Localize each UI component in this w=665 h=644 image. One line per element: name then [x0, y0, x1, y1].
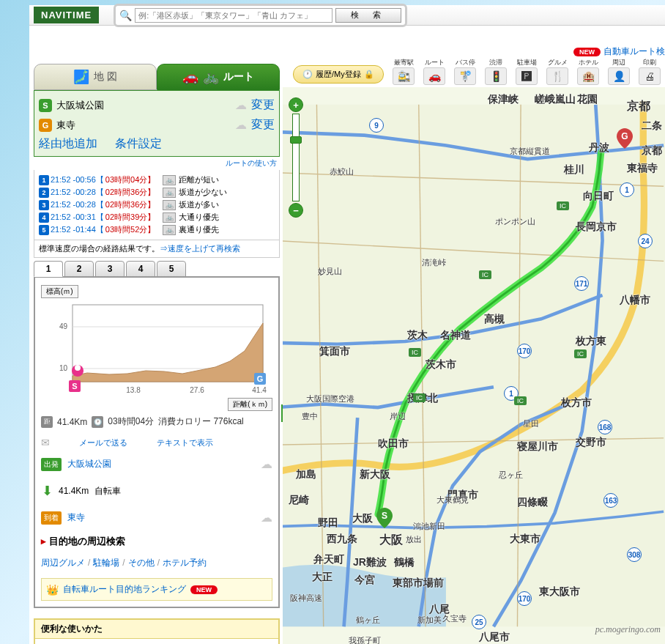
route-option[interactable]: 🚲坂道が少ない: [163, 187, 227, 198]
map-place-label: 鶴橋: [394, 556, 415, 569]
svg-text:27.6: 27.6: [190, 386, 204, 394]
tab-route[interactable]: 🚗 🚲 ルート: [157, 64, 280, 90]
text-view-link[interactable]: テキストで表示: [157, 437, 213, 448]
car-route-link[interactable]: NEW 自動車ルート検: [573, 45, 665, 58]
tool-印刷[interactable]: 印刷🖨: [636, 58, 664, 85]
elevation-chart: 49 10 13.8 27.6 41.4 S G: [41, 301, 272, 396]
search-input[interactable]: [135, 8, 332, 23]
subtab-3[interactable]: 3: [95, 261, 125, 277]
map-place-label: 花園: [577, 93, 598, 106]
dest-link[interactable]: その他: [128, 558, 155, 568]
tool-ホテル[interactable]: ホテル🏨: [574, 58, 602, 85]
map-place-label: 嵯峨嵐山: [535, 93, 576, 106]
depart-name[interactable]: 大阪城公園: [67, 458, 111, 470]
map-place-label: JR難波: [353, 556, 387, 569]
subtab-4[interactable]: 4: [126, 261, 155, 277]
dest-search-heading: 目的地の周辺検索: [41, 529, 272, 554]
ranking-link[interactable]: 👑 自転車ルート目的地ランキング NEW: [41, 578, 272, 601]
ic-badge: IC: [514, 396, 527, 405]
search-button[interactable]: 検 索: [335, 8, 401, 23]
ic-badge: IC: [574, 349, 587, 358]
usage-link[interactable]: ルートの使い方: [226, 159, 277, 167]
tool-渋滞[interactable]: 渋滞🚦: [482, 58, 510, 85]
tool-周辺[interactable]: 周辺👤: [605, 58, 633, 85]
zoom-thumb[interactable]: [290, 136, 302, 144]
map-place-label: 大阪国際空港: [306, 393, 354, 404]
elevation-xlabel: 距離(ｋｍ): [228, 398, 272, 411]
map-place-label: 忍ヶ丘: [499, 470, 523, 481]
map-place-label: 寝屋川市: [517, 440, 558, 454]
add-via-link[interactable]: 経由地追加: [39, 136, 97, 152]
map-place-label: 我孫子町: [349, 635, 381, 644]
subtab-5[interactable]: 5: [157, 261, 186, 277]
result-item-4[interactable]: 421:52 -00:31【02時間39分】: [39, 212, 155, 223]
tab-map[interactable]: 🗾 地 図: [34, 64, 157, 90]
zoom-slider[interactable]: [292, 114, 300, 201]
map-place-label: 西九条: [327, 533, 357, 546]
goal-badge: G: [39, 119, 52, 132]
highway-shield: 24: [638, 234, 653, 248]
result-item-3[interactable]: 321:52 -00:28【02時間36分】: [39, 199, 155, 210]
dest-link[interactable]: 駐輪場: [93, 558, 119, 568]
route-detail: 標高(ｍ) 49 10 13.8 27.6 41.4 S: [34, 276, 280, 608]
result-item-1[interactable]: 121:52 -00:56【03時間04分】: [39, 174, 155, 185]
svg-text:G: G: [621, 131, 628, 141]
tips-heading: 便利な使いかた: [35, 620, 278, 639]
goal-pin[interactable]: G: [617, 128, 633, 149]
tool-バス停[interactable]: バス停🚏: [451, 58, 479, 85]
distance-icon: 距: [41, 416, 53, 428]
cloud-icon: ☁: [235, 118, 247, 132]
map-place-label: 久宝寺: [442, 613, 467, 624]
印刷-icon: 🖨: [639, 67, 661, 85]
send-mail-link[interactable]: メールで送る: [79, 437, 127, 448]
zoom-out-button[interactable]: −: [289, 203, 303, 218]
map-place-label: 京都縦貫道: [510, 146, 550, 157]
map-place-label: 八尾市: [479, 631, 510, 644]
map-place-label: 星田: [523, 418, 539, 429]
bicycle-icon: 🚲: [163, 175, 176, 185]
cloud-icon: ☁: [261, 457, 272, 471]
zoom-in-button[interactable]: +: [289, 97, 303, 112]
change-goal-link[interactable]: 変更: [251, 117, 275, 133]
subtab-1[interactable]: 1: [34, 261, 63, 277]
highway-shield: 163: [603, 493, 618, 508]
search-box: 🔍 検 索: [114, 4, 407, 27]
dest-links: 周辺グルメ/駐輪場/その他/ホテル予約: [41, 554, 272, 572]
route-option[interactable]: 🚲距離が短い: [163, 174, 227, 185]
bicycle-icon: 🚲: [163, 225, 176, 235]
map-place-label: 阪神高速: [290, 593, 322, 604]
route-option[interactable]: 🚲大通り優先: [163, 212, 227, 223]
map-place-label: 野田: [318, 517, 338, 530]
dest-link[interactable]: ホテル予約: [163, 558, 207, 568]
start-pin[interactable]: S: [376, 508, 393, 528]
route-option[interactable]: 🚲坂道が多い: [163, 199, 227, 210]
svg-text:10: 10: [59, 364, 68, 372]
map-place-label: 向日町: [583, 190, 614, 203]
subtab-2[interactable]: 2: [64, 261, 94, 277]
conditions-link[interactable]: 条件設定: [115, 136, 162, 152]
start-name: 大阪城公園: [56, 99, 231, 112]
recalc-link[interactable]: ⇒速度を上げて再検索: [160, 244, 240, 253]
arrive-name[interactable]: 東寺: [67, 511, 85, 524]
route-option[interactable]: 🚲裏通り優先: [163, 224, 227, 235]
tool-グルメ[interactable]: グルメ🍴: [543, 58, 571, 85]
map-place-label: 保津峡: [488, 93, 519, 106]
result-item-2[interactable]: 221:52 -00:28【02時間36分】: [39, 187, 155, 198]
watermark: pc.mogeringo.com: [595, 624, 661, 635]
map-place-label: 大阪: [379, 533, 403, 548]
map-canvas[interactable]: + − S G 京都大阪二条京都東福寺丹波嵯峨嵐山花園保津峡桂川向日町長岡京市八…: [283, 87, 665, 644]
svg-text:G: G: [257, 374, 264, 383]
change-start-link[interactable]: 変更: [251, 97, 275, 113]
tool-最寄駅[interactable]: 最寄駅🚉: [390, 58, 417, 85]
result-item-5[interactable]: 521:52 -01:44【03時間52分】: [39, 224, 155, 235]
map-place-label: 吹田市: [378, 437, 409, 451]
tool-駐車場[interactable]: 駐車場🅿: [513, 58, 540, 85]
history-button[interactable]: 🕐 履歴/My登録 🔒: [293, 65, 384, 84]
map-place-label: 八幡市: [620, 294, 650, 307]
map-place-label: 清滝峠: [422, 257, 446, 268]
sidebar: 🗾 地 図 🚗 🚲 ルート S 大阪城公園 ☁ 変更 G 東寺 ☁ 変更: [34, 64, 280, 644]
new-badge: NEW: [573, 48, 601, 56]
tool-ルート[interactable]: ルート🚗: [420, 58, 448, 85]
zoom-control: + −: [289, 97, 303, 218]
dest-link[interactable]: 周辺グルメ: [41, 558, 85, 568]
